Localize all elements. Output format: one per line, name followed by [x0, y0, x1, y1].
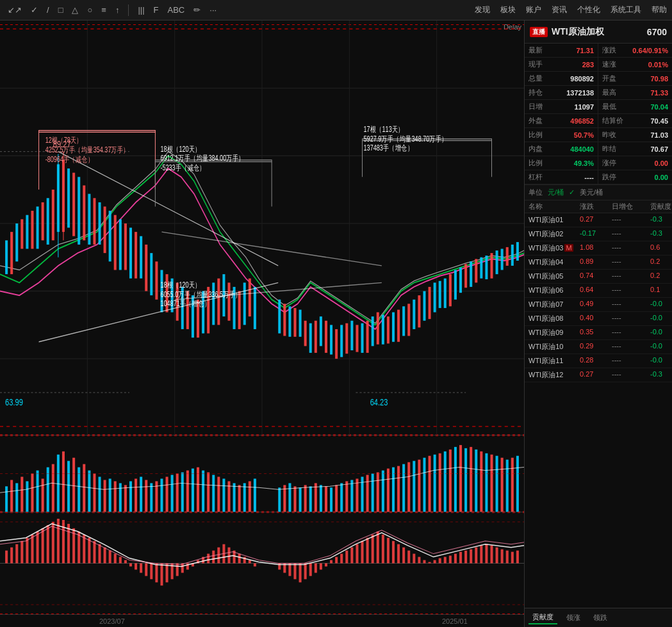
toolbar-bar-icon[interactable]: |||: [135, 4, 147, 16]
svg-rect-326: [475, 548, 477, 564]
stat-value-ratio2: 49.3%: [574, 159, 594, 167]
tab-leading-down[interactable]: 领跌: [589, 612, 611, 624]
futures-row-11[interactable]: WTI原油11 0.28 ---- -0.0: [525, 354, 672, 368]
stat-value-speed: 0.01%: [648, 61, 668, 69]
toolbar-rect-icon[interactable]: □: [56, 4, 66, 16]
svg-rect-302: [350, 548, 353, 564]
futures-row-03[interactable]: WTI原油03M 1.08 ---- 0.6: [525, 241, 672, 256]
svg-rect-159: [99, 476, 101, 512]
futures-change-11: 0.28: [580, 356, 612, 366]
futures-contrib-06: 0.1: [650, 286, 672, 295]
futures-row-06[interactable]: WTI原油06 0.64 ---- 0.1: [525, 284, 672, 298]
toolbar-arrow-icon[interactable]: ↙↗: [5, 4, 24, 16]
futures-row-04[interactable]: WTI原油04 0.89 ---- 0.2: [525, 256, 672, 270]
svg-rect-306: [372, 535, 374, 564]
futures-contrib-12: -0.3: [650, 370, 672, 380]
nav-market[interactable]: 板块: [500, 4, 516, 15]
nav-help[interactable]: 帮助: [652, 4, 667, 15]
svg-rect-232: [496, 456, 498, 512]
svg-rect-239: [5, 551, 8, 564]
nav-news[interactable]: 资讯: [552, 4, 567, 15]
stat-label-settle: 结算价: [602, 116, 623, 126]
futures-row-01[interactable]: WTI原油01 0.27 ---- -0.3: [525, 213, 672, 227]
svg-rect-24: [78, 177, 80, 245]
toolbar-circle-icon[interactable]: ○: [85, 4, 95, 16]
stat-value-current: 283: [582, 61, 594, 69]
nav-account[interactable]: 账户: [526, 4, 541, 15]
svg-rect-218: [423, 458, 425, 512]
unit-cny[interactable]: 元/桶: [548, 188, 564, 197]
svg-rect-50: [212, 282, 215, 325]
futures-change-07: 0.49: [580, 300, 612, 309]
svg-rect-99: [485, 256, 488, 279]
toolbar-abc-icon[interactable]: ABC: [165, 4, 188, 16]
svg-rect-98: [480, 257, 482, 279]
toolbar-check-icon[interactable]: ✓: [28, 4, 40, 16]
svg-rect-71: [340, 325, 343, 357]
futures-row-09[interactable]: WTI原油09 0.35 ---- -0.0: [525, 326, 672, 340]
toolbar-more-icon[interactable]: ···: [207, 4, 219, 16]
tab-contribution[interactable]: 贡献度: [529, 611, 557, 624]
toolbar-up-icon[interactable]: ↑: [113, 4, 122, 16]
nav-system[interactable]: 系统工具: [611, 4, 641, 15]
futures-contrib-09: -0.0: [650, 328, 672, 338]
svg-text:6912.1万手（均量384.00万手）: 6912.1万手（均量384.00万手）: [160, 154, 244, 162]
futures-contrib-05: 0.2: [650, 272, 672, 281]
nav-personalize[interactable]: 个性化: [577, 4, 600, 15]
svg-rect-56: [243, 282, 246, 325]
svg-rect-294: [309, 564, 312, 576]
svg-text:18根（120天）: 18根（120天）: [160, 281, 201, 289]
futures-row-08[interactable]: WTI原油08 0.40 ---- -0.0: [525, 312, 672, 326]
stat-cell-limit-up: 涨停 0.00: [598, 156, 672, 170]
svg-rect-25: [83, 185, 85, 240]
toolbar-triangle-icon[interactable]: △: [69, 4, 81, 16]
main-price-chart[interactable]: Delay: [0, 20, 524, 435]
svg-rect-258: [104, 548, 106, 564]
futures-row-10[interactable]: WTI原油10 0.29 ---- -0.0: [525, 340, 672, 354]
svg-rect-167: [140, 476, 142, 512]
stat-label-outer: 外盘: [529, 116, 543, 126]
toolbar-line-icon[interactable]: /: [44, 4, 52, 16]
stat-value-total-vol: 980892: [570, 75, 594, 83]
stat-value-low: 70.04: [650, 103, 668, 111]
stat-label-speed: 速涨: [602, 60, 616, 69]
toolbar-parallel-icon[interactable]: ≡: [99, 4, 109, 16]
nav-discover[interactable]: 发现: [475, 4, 490, 15]
svg-rect-31: [114, 215, 117, 270]
svg-rect-17: [42, 202, 44, 240]
futures-row-05[interactable]: WTI原油05 0.74 ---- 0.2: [525, 270, 672, 284]
unit-check-icon: ✓: [569, 188, 575, 197]
futures-badge-m: M: [564, 244, 573, 252]
svg-rect-168: [145, 480, 147, 512]
futures-daily-05: ----: [612, 272, 650, 281]
svg-rect-266: [145, 564, 147, 576]
svg-text:5927.9万手（均量348.70万手）: 5927.9万手（均量348.70万手）: [364, 134, 448, 143]
stat-label-oi: 持仓: [529, 88, 543, 97]
svg-rect-105: [516, 242, 519, 261]
futures-row-12[interactable]: WTI原油12 0.27 ---- -0.3: [525, 368, 672, 382]
toolbar-f-icon[interactable]: F: [151, 4, 161, 16]
svg-rect-194: [299, 487, 302, 512]
stat-label-current: 现手: [529, 60, 543, 69]
futures-change-09: 0.35: [580, 328, 612, 338]
svg-rect-318: [434, 560, 436, 564]
unit-usd[interactable]: 美元/桶: [580, 188, 603, 197]
svg-rect-220: [434, 455, 436, 512]
futures-row-07[interactable]: WTI原油07 0.49 ---- -0.0: [525, 298, 672, 312]
futures-change-10: 0.29: [580, 342, 612, 352]
indicator-chart: [0, 512, 524, 614]
svg-rect-68: [325, 321, 327, 353]
tab-leading-up[interactable]: 领涨: [562, 612, 584, 624]
toolbar-draw-icon[interactable]: ✏: [191, 4, 203, 16]
svg-rect-166: [135, 478, 137, 512]
svg-rect-259: [109, 551, 111, 564]
futures-row-02[interactable]: WTI原油02 -0.17 ---- -0.3: [525, 227, 672, 241]
svg-rect-10: [5, 240, 8, 274]
svg-rect-265: [140, 564, 142, 573]
svg-rect-319: [439, 558, 441, 564]
svg-rect-268: [155, 564, 158, 583]
svg-rect-305: [366, 538, 369, 564]
svg-rect-316: [423, 560, 425, 564]
stat-label-inner: 内盘: [529, 144, 543, 154]
futures-table-header: 名称 涨跌 日增仓 贡献度: [525, 200, 672, 213]
